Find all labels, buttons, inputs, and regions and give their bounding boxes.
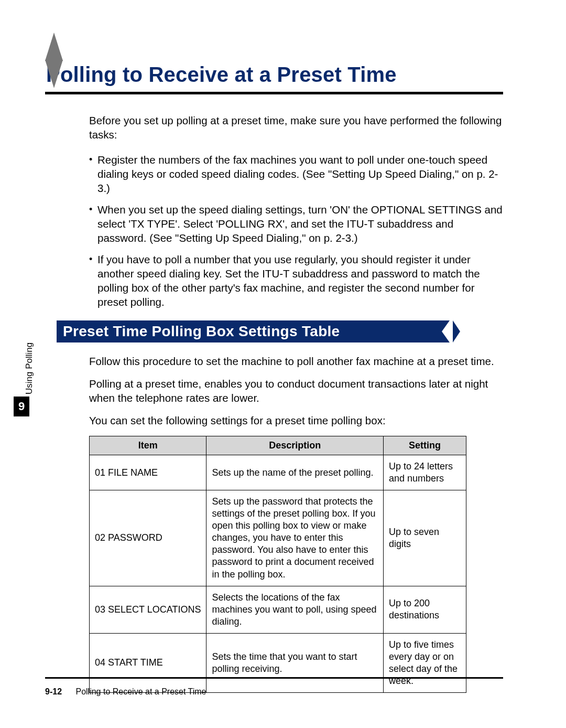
table-row: 04 START TIME Sets the time that you wan… bbox=[90, 633, 466, 692]
cell-desc: Sets up the name of the preset polling. bbox=[206, 455, 384, 490]
document-page: Polling to Receive at a Preset Time Befo… bbox=[0, 0, 566, 728]
settings-table: Item Description Setting 01 FILE NAME Se… bbox=[89, 436, 466, 693]
section-paragraph: Follow this procedure to set the machine… bbox=[89, 354, 503, 368]
list-item: Register the numbers of the fax machines… bbox=[89, 153, 503, 195]
cell-setting: Up to seven digits bbox=[384, 490, 466, 586]
footer-title: Polling to Receive at a Preset Time bbox=[75, 687, 206, 696]
cell-setting: Up to 200 destinations bbox=[384, 586, 466, 633]
list-item: When you set up the speed dialing settin… bbox=[89, 202, 503, 245]
table-row: 02 PASSWORD Sets up the password that pr… bbox=[90, 490, 466, 586]
cell-desc: Sets up the password that protects the s… bbox=[206, 490, 384, 586]
section-paragraph: Polling at a preset time, enables you to… bbox=[89, 377, 503, 405]
cell-item: 01 FILE NAME bbox=[90, 455, 206, 490]
page-number: 9-12 bbox=[45, 687, 62, 696]
cell-item: 02 PASSWORD bbox=[90, 490, 206, 586]
page-footer: 9-12 Polling to Receive at a Preset Time bbox=[45, 687, 206, 697]
page-title: Polling to Receive at a Preset Time bbox=[46, 63, 397, 86]
side-tab-label: Using Polling bbox=[24, 342, 35, 394]
cell-item: 03 SELECT LOCATIONS bbox=[90, 586, 206, 633]
col-desc: Description bbox=[206, 436, 384, 455]
cell-setting: Up to 24 letters and numbers bbox=[384, 455, 466, 490]
cell-setting: Up to five times every day or on select … bbox=[384, 633, 466, 692]
section-heading-banner: Preset Time Polling Box Settings Table bbox=[57, 320, 455, 342]
col-item: Item bbox=[90, 436, 206, 455]
section-body: Follow this procedure to set the machine… bbox=[89, 354, 503, 427]
task-list: Register the numbers of the fax machines… bbox=[89, 153, 503, 309]
cell-item: 04 START TIME bbox=[90, 633, 206, 692]
cell-desc: Selects the locations of the fax machine… bbox=[206, 586, 384, 633]
decorative-triangle bbox=[45, 33, 63, 101]
table-row: 03 SELECT LOCATIONS Selects the location… bbox=[90, 586, 466, 633]
table-row: 01 FILE NAME Sets up the name of the pre… bbox=[90, 455, 466, 490]
bottom-rule bbox=[45, 677, 503, 679]
table-header-row: Item Description Setting bbox=[90, 436, 466, 455]
side-tab-chapter: 9 bbox=[14, 397, 29, 416]
title-bar: Polling to Receive at a Preset Time bbox=[45, 63, 503, 94]
intro-text: Before you set up polling at a preset ti… bbox=[89, 113, 503, 142]
section-paragraph: You can set the following settings for a… bbox=[89, 413, 503, 427]
cell-desc: Sets the time that you want to start pol… bbox=[206, 633, 384, 692]
list-item: If you have to poll a number that you us… bbox=[89, 252, 503, 309]
col-setting: Setting bbox=[384, 436, 466, 455]
section-heading: Preset Time Polling Box Settings Table bbox=[63, 320, 340, 342]
